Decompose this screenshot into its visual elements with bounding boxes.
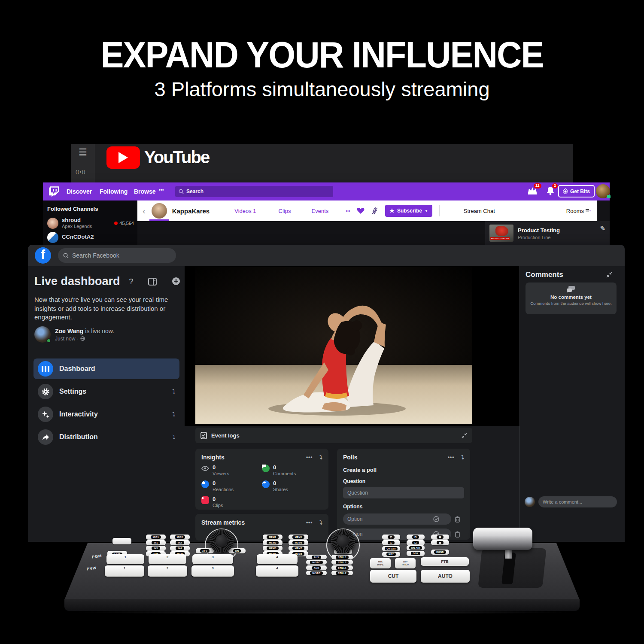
program-2-button[interactable]: 2 [149,554,186,564]
collapse-icon[interactable] [606,272,612,278]
preview-4-button[interactable]: 4 [256,565,298,577]
panel-layout-icon[interactable] [148,278,157,286]
mix-wipe-button[interactable]: MIXWIPE [370,558,391,568]
mem2-button[interactable]: MEM2 [263,540,283,545]
chevron-down-icon[interactable]: ⤵︎ [320,519,323,526]
aux-row-button[interactable]: AUX [306,555,327,559]
more-options-icon[interactable]: ••• [448,454,455,460]
pip-position-button[interactable]: ◱ [382,540,400,545]
program-3-button[interactable]: 3 [192,554,233,564]
program-1-button[interactable]: 1 [106,554,144,564]
follow-heart-icon[interactable] [357,207,365,214]
back-chevron-icon[interactable]: ‹ [143,206,146,216]
transition-knob[interactable] [331,529,355,553]
followed-channel-row[interactable]: CCnCDotA2 [43,231,137,244]
edit-pencil-icon[interactable]: ✎ [600,225,605,232]
onair-button[interactable]: ON AIR [382,546,400,551]
auto-button[interactable]: AUTO [421,570,470,583]
option-input[interactable] [347,516,433,522]
dip-prev-button[interactable]: DIPPREV [395,558,416,568]
mic1-button[interactable]: MIC1 [146,535,166,540]
rooms-control[interactable]: Rooms [566,208,591,214]
program-4-button[interactable]: 4 [257,554,298,564]
more-options-icon[interactable]: ••• [306,454,313,460]
in3-button[interactable]: IN3 [146,546,166,551]
tab-videos[interactable]: Videos 1 [234,208,256,214]
tab-more-icon[interactable]: ••• [346,209,350,213]
nav-following[interactable]: Following [100,188,128,195]
subscribe-button[interactable]: Subscribe ▼ [385,205,432,217]
chevron-down-icon[interactable]: ⤵︎ [462,454,465,461]
tab-clips[interactable]: Clips [279,208,291,214]
collapse-icon[interactable] [462,433,467,438]
preview-1-button[interactable]: 1 [105,565,144,577]
question-input[interactable] [343,487,464,498]
sidebar-item-distribution[interactable]: Distribution ⤵︎ [33,427,179,447]
onair-button[interactable]: ON AIR [407,545,425,550]
nav-more-icon[interactable]: ••• [159,187,164,192]
afv-button[interactable]: AFV [196,548,214,553]
pip-position-button[interactable]: ◲ [407,540,425,545]
comment-input[interactable] [543,499,607,504]
facebook-logo[interactable]: f [35,247,51,264]
key-button[interactable]: KEY [382,552,400,557]
tbar-handle[interactable] [473,528,532,550]
youtube-wordmark[interactable]: YouTube [144,148,209,167]
add-plus-icon[interactable] [172,277,180,286]
search-input[interactable] [186,188,315,194]
hamburger-menu-icon[interactable]: ☰ [79,147,87,158]
msrc-row-button[interactable]: M/SRC [306,560,327,565]
mem5-button[interactable]: MEM5 [289,535,308,540]
mem7-button[interactable]: MEM7 [289,546,308,551]
sidebar-item-interactivity[interactable]: Interactivity ⤵︎ [33,404,179,425]
in2-button[interactable]: IN2 [170,540,190,545]
pip-position-button[interactable]: ▣ [431,540,449,545]
tab-events[interactable]: Events [312,208,329,214]
event-logs-bar[interactable]: Event logs [195,428,472,443]
mic2-button[interactable]: MIC2 [170,535,190,540]
get-bits-button[interactable]: Get Bits [558,185,595,197]
preview-2-button[interactable]: 2 [148,565,187,577]
cut-button[interactable]: CUT [370,570,416,583]
in4-button[interactable]: IN4 [170,546,190,551]
sidebar-item-dashboard[interactable]: Dashboard [33,358,179,379]
twitch-logo-icon[interactable] [48,185,60,197]
mem1-button[interactable]: MEM1 [263,535,283,540]
still2-button[interactable]: STILL2 [331,560,353,565]
audio-knob[interactable] [210,529,234,553]
on-button[interactable]: ON [228,548,246,553]
help-icon[interactable]: ? [129,277,134,286]
still1-button[interactable]: STILL1 [331,565,353,570]
mem3-button[interactable]: MEM3 [263,546,283,551]
nav-browse[interactable]: Browse [134,188,156,195]
pip-position-button[interactable]: ▣ [431,535,449,540]
channel-name[interactable]: KappaKares [172,207,210,215]
live-broadcast-icon[interactable]: ((•)) [76,169,86,174]
mem6-button[interactable]: MEM6 [289,540,308,545]
ftb-button[interactable]: FTB [421,557,469,566]
youtube-play-logo[interactable] [106,146,140,169]
video-thumbnail[interactable]: PRODUCTION LINE [489,225,513,242]
channel-avatar[interactable] [152,203,167,219]
chevron-down-icon[interactable]: ⤵︎ [320,454,323,461]
more-options-icon[interactable]: ••• [306,519,313,526]
live-video-frame[interactable] [195,267,472,424]
pip-position-button[interactable]: ◰ [382,535,400,540]
still2-button[interactable]: STILL2 [331,571,353,575]
msrc-row-button[interactable]: M/SRC [306,571,327,575]
search-input[interactable] [72,252,162,259]
bolt-slash-icon[interactable] [371,207,378,215]
followed-channel-row[interactable]: shroud Apex Legends 45,564 [43,216,137,230]
nav-discover[interactable]: Discover [67,188,92,195]
bgnd-button[interactable]: BGND [431,550,449,555]
preview-3-button[interactable]: 3 [191,565,234,577]
in1-button[interactable]: IN1 [146,540,166,545]
dsk-button[interactable]: DSK [407,551,425,556]
aux-row-button[interactable]: AUX [306,565,327,570]
blank-button[interactable] [112,538,131,544]
user-avatar[interactable] [596,184,610,198]
sidebar-item-settings[interactable]: Settings ⤵︎ [33,381,179,402]
trash-icon[interactable] [455,516,460,522]
broadcaster-avatar[interactable] [34,326,51,343]
pip-position-button[interactable]: ◳ [407,535,425,540]
